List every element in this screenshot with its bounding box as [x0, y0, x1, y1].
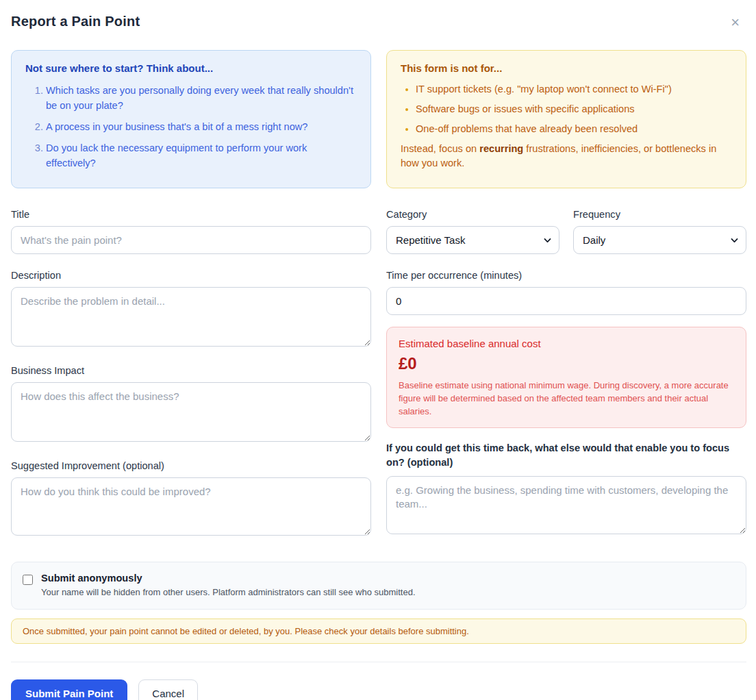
business-impact-label: Business Impact — [11, 365, 371, 376]
page-title: Report a Pain Point — [11, 14, 140, 29]
close-icon[interactable]: × — [727, 14, 744, 32]
not-for-list-item: Software bugs or issues with specific ap… — [416, 102, 732, 116]
not-for-list: IT support tickets (e.g. "my laptop won'… — [401, 82, 732, 136]
title-label: Title — [11, 209, 371, 220]
dialog-header: Report a Pain Point × — [11, 14, 746, 32]
submit-anonymously-section: Submit anonymously Your name will be hid… — [11, 562, 746, 610]
hint-list: Which tasks are you personally doing eve… — [25, 83, 357, 171]
estimated-cost-box: Estimated baseline annual cost £0 Baseli… — [386, 327, 746, 428]
report-pain-point-dialog: Report a Pain Point × Not sure where to … — [0, 0, 756, 700]
time-back-label: If you could get this time back, what el… — [386, 441, 746, 470]
recurring-emphasis: recurring — [479, 143, 523, 154]
info-boxes-row: Not sure where to start? Think about... … — [11, 50, 746, 188]
suggested-improvement-textarea[interactable] — [11, 477, 371, 536]
time-per-occurrence-label: Time per occurrence (minutes) — [386, 270, 746, 281]
submit-anonymously-label: Submit anonymously — [41, 573, 416, 584]
cancel-button[interactable]: Cancel — [138, 679, 198, 700]
estimated-cost-heading: Estimated baseline annual cost — [399, 338, 734, 349]
form-grid: Title Description Business Impact Sugges… — [11, 209, 746, 538]
description-textarea[interactable] — [11, 287, 371, 347]
hint-list-item: Do you lack the necessary equipment to p… — [46, 140, 357, 171]
not-for-footer: Instead, focus on recurring frustrations… — [401, 142, 732, 171]
frequency-label: Frequency — [573, 209, 746, 220]
time-per-occurrence-input[interactable] — [386, 287, 746, 315]
not-for-list-item: One-off problems that have already been … — [416, 122, 732, 136]
not-for-heading: This form is not for... — [401, 62, 732, 74]
estimated-cost-amount: £0 — [399, 354, 734, 373]
frequency-select[interactable]: Daily — [573, 226, 746, 254]
description-label: Description — [11, 270, 371, 281]
business-impact-field-group: Business Impact — [11, 365, 371, 445]
hint-list-item: Which tasks are you personally doing eve… — [46, 83, 357, 113]
time-back-textarea[interactable] — [386, 476, 746, 534]
title-input[interactable] — [11, 226, 371, 254]
hint-box-heading: Not sure where to start? Think about... — [25, 62, 357, 74]
hint-box: Not sure where to start? Think about... … — [11, 50, 371, 188]
footer-actions: Submit Pain Point Cancel — [11, 679, 746, 700]
category-field-group: Category Repetitive Task — [386, 209, 559, 254]
not-for-list-item: IT support tickets (e.g. "my laptop won'… — [416, 82, 732, 96]
hint-list-item: A process in your business that's a bit … — [46, 119, 357, 134]
not-for-box: This form is not for... IT support ticke… — [386, 50, 746, 188]
category-select[interactable]: Repetitive Task — [386, 226, 559, 254]
title-field-group: Title — [11, 209, 371, 254]
form-right-column: Category Repetitive Task Frequency — [386, 209, 746, 537]
submission-warning: Once submitted, your pain point cannot b… — [11, 618, 746, 644]
time-back-field-group: If you could get this time back, what el… — [386, 441, 746, 537]
form-left-column: Title Description Business Impact Sugges… — [11, 209, 371, 538]
description-field-group: Description — [11, 270, 371, 349]
footer-divider — [11, 662, 746, 662]
submit-anonymously-description: Your name will be hidden from other user… — [41, 587, 416, 597]
submit-anonymously-checkbox[interactable] — [23, 575, 33, 585]
suggested-improvement-field-group: Suggested Improvement (optional) — [11, 460, 371, 538]
category-label: Category — [386, 209, 559, 220]
frequency-field-group: Frequency Daily — [573, 209, 746, 254]
estimated-cost-note: Baseline estimate using national minimum… — [399, 379, 734, 418]
category-frequency-row: Category Repetitive Task Frequency — [386, 209, 746, 254]
business-impact-textarea[interactable] — [11, 382, 371, 442]
suggested-improvement-label: Suggested Improvement (optional) — [11, 460, 371, 471]
time-per-occurrence-field-group: Time per occurrence (minutes) — [386, 270, 746, 315]
submit-anonymously-text: Submit anonymously Your name will be hid… — [41, 573, 416, 597]
submit-pain-point-button[interactable]: Submit Pain Point — [11, 679, 127, 700]
